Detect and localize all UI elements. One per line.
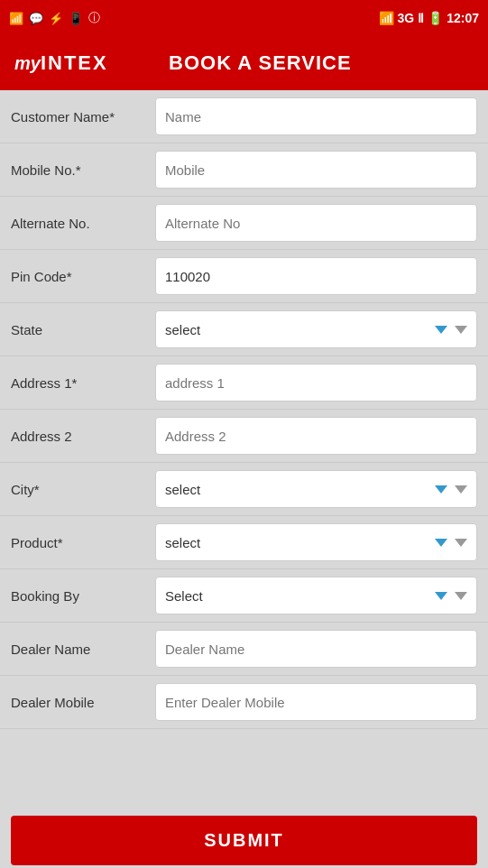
booking-by-label: Booking By: [11, 588, 155, 604]
logo-intex: INTEX: [41, 51, 108, 74]
address-2-input[interactable]: [155, 417, 477, 455]
city-dropdown-blue-icon: [435, 485, 447, 494]
product-dropdown-blue-icon: [435, 539, 447, 547]
status-bar-right: 📶 3G Ⅱ 🔋 12:07: [379, 11, 480, 25]
battery-icon: 🔋: [428, 11, 443, 25]
state-select[interactable]: select: [155, 310, 477, 348]
mobile-no-input[interactable]: [155, 151, 477, 189]
submit-container: SUBMIT: [0, 801, 488, 868]
dealer-mobile-input[interactable]: [155, 683, 477, 721]
logo-my: my: [14, 53, 41, 73]
clock: 12:07: [447, 11, 479, 25]
app-logo: myINTEX: [14, 51, 108, 75]
signal-bars-icon: Ⅱ: [418, 11, 424, 25]
state-row: State select: [0, 303, 488, 356]
status-bar: 📶 💬 ⚡ 📱 ⓘ 📶 3G Ⅱ 🔋 12:07: [0, 0, 488, 36]
booking-by-select-value: Select: [165, 588, 435, 604]
wifi-icon: 📶: [9, 12, 23, 25]
dealer-name-row: Dealer Name: [0, 623, 488, 676]
pin-code-label: Pin Code*: [11, 269, 155, 284]
dealer-name-input[interactable]: [155, 630, 477, 668]
city-select-value: select: [165, 482, 435, 497]
chat-icon: 💬: [29, 12, 43, 25]
network-type: 3G: [398, 11, 415, 25]
android-icon: 📱: [69, 12, 83, 25]
address-1-label: Address 1*: [11, 375, 155, 391]
customer-name-input[interactable]: [155, 97, 477, 135]
product-select-value: select: [165, 535, 435, 550]
product-row: Product* select: [0, 516, 488, 569]
mobile-no-label: Mobile No.*: [11, 162, 155, 178]
booking-by-dropdown-blue-icon: [435, 592, 447, 600]
city-select[interactable]: select: [155, 470, 477, 508]
dealer-mobile-label: Dealer Mobile: [11, 695, 155, 710]
customer-name-label: Customer Name*: [11, 109, 155, 125]
usb-icon: ⚡: [49, 12, 63, 25]
dealer-mobile-row: Dealer Mobile: [0, 676, 488, 729]
booking-by-dropdown-gray-icon: [455, 592, 467, 600]
pin-code-row: Pin Code*: [0, 250, 488, 303]
address-2-label: Address 2: [11, 429, 155, 444]
network-signal-icon: 📶: [379, 11, 394, 25]
pin-code-input[interactable]: [155, 257, 477, 295]
status-bar-left: 📶 💬 ⚡ 📱 ⓘ: [9, 10, 100, 26]
booking-by-row: Booking By Select: [0, 569, 488, 623]
customer-name-row: Customer Name*: [0, 90, 488, 143]
address-2-row: Address 2: [0, 410, 488, 463]
page-title: Book a service: [119, 51, 401, 75]
city-label: City*: [11, 482, 155, 497]
app-header: myINTEX Book a service: [0, 36, 488, 90]
booking-by-select[interactable]: Select: [155, 577, 477, 614]
info-icon: ⓘ: [88, 10, 100, 26]
city-row: City* select: [0, 463, 488, 516]
address-1-row: Address 1*: [0, 356, 488, 410]
dealer-name-label: Dealer Name: [11, 642, 155, 657]
state-dropdown-gray-icon: [455, 326, 467, 334]
state-select-value: select: [165, 322, 435, 337]
alternate-no-row: Alternate No.: [0, 197, 488, 250]
product-dropdown-gray-icon: [455, 539, 467, 547]
submit-button[interactable]: SUBMIT: [11, 816, 477, 865]
mobile-no-row: Mobile No.*: [0, 143, 488, 197]
form-spacer: [0, 729, 488, 801]
product-label: Product*: [11, 535, 155, 550]
alternate-no-label: Alternate No.: [11, 216, 155, 231]
state-dropdown-blue-icon: [435, 326, 447, 334]
address-1-input[interactable]: [155, 364, 477, 402]
state-label: State: [11, 322, 155, 337]
alternate-no-input[interactable]: [155, 204, 477, 242]
form-container: Customer Name* Mobile No.* Alternate No.…: [0, 90, 488, 868]
product-select[interactable]: select: [155, 523, 477, 561]
city-dropdown-gray-icon: [455, 485, 467, 494]
